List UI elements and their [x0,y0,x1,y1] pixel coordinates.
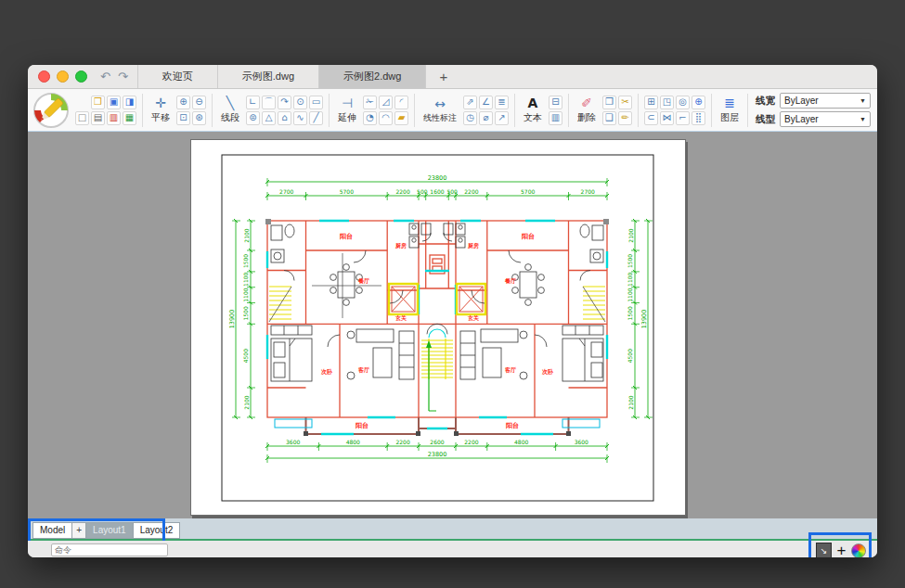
rectangle-button[interactable]: ▭ [309,96,323,109]
toolbar-separator [638,94,639,127]
fillet-button[interactable]: ◜ [394,96,408,109]
new-tab-button[interactable]: + [426,65,460,88]
dim-baseline-icon: ≣ [498,97,505,107]
dimension-text: 13900 [640,310,648,329]
dimension-text: 4500 [243,349,250,363]
dimension-text: 1100 [627,288,634,301]
dim-aligned-button[interactable]: ⇗ [463,96,477,109]
dim-angular-button[interactable]: ∠ [479,96,493,109]
polyline-button[interactable]: ∟ [246,96,260,109]
crosshair-icon[interactable]: + [834,543,848,557]
copy-button[interactable]: ❐ [602,96,616,109]
tool-extend-button[interactable]: ⊣延伸 [335,95,359,125]
undo-icon[interactable]: ↶ [97,65,114,88]
zoom-out-button[interactable]: ⊖ [192,96,206,109]
planter-boxes [275,419,600,428]
tool-line-button[interactable]: ╲线段 [218,95,242,125]
dim-leader-button[interactable]: ↗ [495,111,509,125]
spline-button[interactable]: ∿ [293,111,307,125]
dome-button[interactable]: ◠ [379,111,393,125]
orbit-button[interactable]: ⊕ [692,96,705,109]
chamfer-button[interactable]: ◿ [379,96,393,109]
join-button[interactable]: ⊞ [644,96,658,109]
zoom-in-icon: ⊕ [179,97,187,107]
layout-tab-new[interactable]: + [71,522,86,539]
ellipse-button[interactable]: ⊜ [246,111,260,125]
revcloud-button[interactable]: ↷ [278,96,291,109]
document-tab-1[interactable]: 示例图.dwg [217,65,318,88]
mirror-button[interactable]: ⋈ [660,111,674,125]
export-image-button[interactable]: ▦ [123,111,136,125]
furniture [271,224,603,381]
dimension-text: 2200 [464,439,478,445]
segment-button[interactable]: ╱ [309,111,323,125]
mtext-button[interactable]: ⊟ [549,96,562,109]
fold-button[interactable]: ⌐ [676,111,690,125]
extend-label: 延伸 [338,111,356,124]
brush-button[interactable]: ✏ [618,111,632,125]
redo-icon[interactable]: ↷ [114,65,132,88]
save-as-button[interactable]: ◨ [123,96,136,109]
fillet-icon: ◜ [400,97,404,107]
scale-icon: ◳ [663,97,671,107]
maximize-window-button[interactable] [75,70,87,83]
minimize-window-button[interactable] [57,70,69,83]
region-button[interactable]: ▰ [394,111,408,125]
toolbar: ❒▣◨□▤▥▦✛平移⊕⊖⊡⊛╲线段∟⌒↷⊙▭⊜△⌂∿╱⊣延伸✁◿◜◔◠▰↔线性标… [28,89,877,132]
document-tabs: 欢迎页示例图.dwg示例图2.dwg [137,65,427,88]
text-label: 文本 [524,111,542,124]
blend-button[interactable]: ◎ [676,96,690,109]
open-folder-button[interactable]: ❒ [91,96,105,109]
tool-text-button[interactable]: A文本 [521,95,545,125]
scale-button[interactable]: ◳ [660,96,674,109]
close-window-button[interactable] [38,70,50,83]
linetype-dropdown[interactable]: ByLayer ▼ [780,111,871,127]
tool-layer-button[interactable]: ≣图层 [718,95,742,125]
screenshot-root: { "titlebar": { "tabs": [ {"label": "欢迎页… [0,0,905,588]
zoom-in-button[interactable]: ⊕ [176,96,190,109]
tool-pan-button[interactable]: ✛平移 [149,95,173,125]
save-button[interactable]: ▣ [107,96,121,109]
color-wheel-icon[interactable] [851,543,866,558]
zoom-out-icon: ⊖ [195,97,202,107]
traffic-lights [28,65,97,88]
layout-tab-layout2[interactable]: Layout2 [133,522,181,539]
offset-button[interactable]: ⊂ [644,111,658,125]
dim-baseline-button[interactable]: ≣ [495,96,509,109]
command-input[interactable] [51,543,168,556]
drawing-canvas[interactable]: 2700570022005001600500220057002700238003… [28,132,877,518]
document-tab-0[interactable]: 欢迎页 [137,65,217,88]
linewidth-dropdown[interactable]: ByLayer ▼ [780,93,871,109]
new-file-button[interactable]: □ [75,111,89,125]
sheet-button[interactable]: ▥ [549,111,562,125]
layout-tab-model[interactable]: Model [32,522,72,539]
dim-diameter-button[interactable]: ⌀ [479,111,493,125]
circle-icon: ⊙ [296,97,304,107]
room-label: 玄关 [467,314,479,322]
paste-button[interactable]: ❑ [602,111,616,125]
zoom-window-button[interactable]: ⊡ [176,111,190,125]
layout-tab-layout1[interactable]: Layout1 [85,522,134,539]
polygon-button[interactable]: ⌂ [278,111,291,125]
paper-sheet[interactable]: 2700570022005001600500220057002700238003… [190,139,686,516]
trim-button[interactable]: ✁ [363,96,377,109]
export-pdf-button[interactable]: ▥ [107,111,121,125]
revolve-button[interactable]: ◔ [363,111,377,125]
arc-button[interactable]: ⌒ [262,96,276,109]
tool-dim-linear-button[interactable]: ↔线性标注 [420,96,459,125]
dims-tool-group: ⇗∠≣◷⌀↗ [463,96,509,125]
tool-erase-button[interactable]: ✐删除 [575,95,599,125]
save-icon: ▣ [110,97,118,107]
dimension-text: 2200 [464,188,478,195]
toolbar-separator [212,94,213,127]
cut-button[interactable]: ✂ [618,96,632,109]
zoom-extents-button[interactable]: ⊛ [192,111,206,125]
circle-button[interactable]: ⊙ [293,96,307,109]
print-button[interactable]: ▤ [91,111,105,125]
fit-view-icon[interactable]: ↘ [816,543,832,557]
erase-icon: ✐ [581,96,592,110]
array-button[interactable]: ⣿ [692,111,705,125]
dim-radius-button[interactable]: ◷ [463,111,477,125]
document-tab-2[interactable]: 示例图2.dwg [318,65,426,88]
triangle-button[interactable]: △ [262,111,276,125]
